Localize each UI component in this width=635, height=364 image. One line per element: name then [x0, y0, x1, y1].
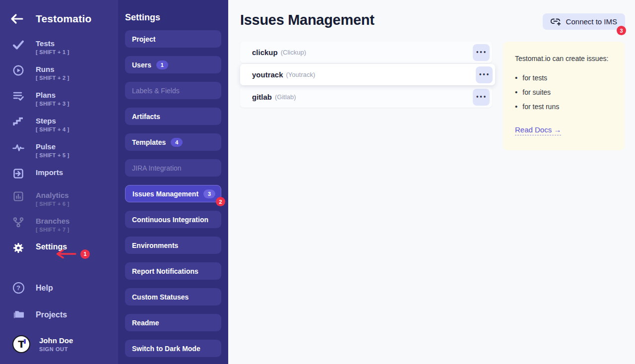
avatar-logo-tick [24, 339, 26, 344]
sidebar-item-label: Pulse [36, 142, 69, 151]
app-window: Testomatio Tests [ SHIFT + 1 ] Runs [ SH… [0, 0, 635, 364]
help-icon: ? [12, 282, 24, 294]
shortcut-hint: [ SHIFT + 3 ] [36, 101, 69, 107]
annotation-badge-1: 1 [80, 249, 90, 259]
sign-out-link[interactable]: SIGN OUT [39, 346, 73, 352]
settings-item-jira-integration[interactable]: JIRA Integration [125, 159, 221, 177]
row-menu-button[interactable]: ••• [473, 89, 490, 106]
issues-content: clickup (Clickup) ••• youtrack (Youtrack… [240, 42, 625, 150]
logo-row: Testomatio [0, 0, 118, 26]
info-bullet-list: for tests for suites for test runs [515, 73, 613, 111]
shortcut-hint: [ SHIFT + 7 ] [36, 227, 69, 233]
primary-nav: Tests [ SHIFT + 1 ] Runs [ SHIFT + 2 ] [0, 39, 118, 263]
sidebar-item-imports[interactable]: Imports [12, 168, 118, 180]
users-count-badge: 1 [156, 61, 168, 69]
ellipsis-icon: ••• [476, 94, 487, 100]
sidebar-item-runs[interactable]: Runs [ SHIFT + 2 ] [12, 64, 118, 81]
shortcut-hint: [ SHIFT + 4 ] [36, 126, 69, 132]
user-name: John Doe [39, 336, 73, 345]
settings-panel: Settings Project Users 1 Labels & Fields… [118, 0, 228, 364]
info-panel: Testomat.io can create issues: for tests… [503, 42, 625, 150]
sidebar-item-projects[interactable]: Projects [12, 308, 118, 320]
user-avatar: T [12, 335, 30, 353]
settings-item-templates[interactable]: Templates 4 [125, 133, 221, 151]
app-logo[interactable]: Testomatio [36, 13, 91, 25]
info-panel-title: Testomat.io can create issues: [515, 55, 613, 62]
sidebar-item-label: Imports [36, 168, 63, 177]
row-menu-button[interactable]: ••• [476, 66, 493, 83]
info-bullet: for tests [515, 73, 613, 82]
sidebar-item-label: Plans [36, 90, 69, 100]
settings-item-issues-management[interactable]: Issues Management 3 2 [125, 185, 221, 202]
settings-panel-heading: Settings [125, 12, 221, 23]
main-content: Issues Management Connect to IMS 3 click… [228, 0, 635, 364]
check-icon [12, 39, 24, 51]
issue-row-clickup[interactable]: clickup (Clickup) ••• [240, 42, 492, 63]
issue-row-gitlab[interactable]: gitlab (Gitlab) ••• [240, 86, 492, 108]
primary-sidebar: Testomatio Tests [ SHIFT + 1 ] Runs [ SH… [0, 0, 118, 364]
sidebar-item-steps[interactable]: Steps [ SHIFT + 4 ] [12, 116, 118, 133]
sidebar-item-label: Projects [36, 310, 67, 319]
sidebar-item-label: Steps [36, 116, 69, 125]
sidebar-item-help[interactable]: ? Help [12, 282, 118, 294]
annotation-badge-2: 2 [216, 197, 225, 206]
settings-item-project[interactable]: Project [125, 30, 221, 48]
folder-icon [12, 308, 24, 320]
settings-item-users[interactable]: Users 1 [125, 56, 221, 73]
sidebar-item-label: Analytics [36, 190, 69, 200]
info-bullet: for suites [515, 88, 613, 96]
sidebar-item-tests[interactable]: Tests [ SHIFT + 1 ] [12, 39, 118, 56]
link-plus-icon [551, 18, 561, 26]
list-check-icon [12, 90, 24, 102]
sidebar-item-label: Tests [36, 39, 69, 48]
pulse-icon [12, 142, 24, 154]
sidebar-item-label: Runs [36, 64, 69, 74]
annotation-step-1: 1 [54, 248, 90, 259]
annotation-badge-3: 3 [617, 26, 626, 35]
issues-count-badge: 3 [203, 189, 215, 198]
sidebar-item-pulse[interactable]: Pulse [ SHIFT + 5 ] [12, 142, 118, 159]
sidebar-item-label: Branches [36, 216, 69, 226]
settings-item-artifacts[interactable]: Artifacts [125, 108, 221, 125]
main-header: Issues Management Connect to IMS 3 [240, 12, 625, 30]
settings-item-dark-mode-toggle[interactable]: Switch to Dark Mode [125, 340, 221, 357]
sidebar-item-branches[interactable]: Branches [ SHIFT + 7 ] [12, 216, 118, 233]
shortcut-hint: [ SHIFT + 2 ] [36, 75, 69, 81]
stairs-icon [12, 116, 24, 128]
sidebar-item-plans[interactable]: Plans [ SHIFT + 3 ] [12, 90, 118, 107]
sidebar-item-label: Help [36, 283, 53, 293]
back-icon[interactable] [10, 12, 24, 26]
shortcut-hint: [ SHIFT + 6 ] [36, 201, 69, 207]
play-circle-icon [12, 64, 24, 76]
gear-icon [12, 242, 24, 254]
ellipsis-icon: ••• [479, 72, 490, 77]
red-arrow-icon [54, 248, 79, 259]
templates-count-badge: 4 [171, 138, 183, 147]
info-bullet: for test runs [515, 102, 613, 111]
settings-item-report-notifications[interactable]: Report Notifications [125, 262, 221, 280]
shortcut-hint: [ SHIFT + 1 ] [36, 49, 69, 55]
settings-item-custom-statuses[interactable]: Custom Statuses [125, 288, 221, 305]
settings-item-environments[interactable]: Environments [125, 237, 221, 254]
shortcut-hint: [ SHIFT + 5 ] [36, 152, 69, 158]
connect-to-ims-button[interactable]: Connect to IMS 3 [543, 13, 625, 30]
page-title: Issues Management [240, 12, 375, 28]
issues-list: clickup (Clickup) ••• youtrack (Youtrack… [240, 42, 492, 109]
settings-item-continuous-integration[interactable]: Continuous Integration [125, 211, 221, 228]
ellipsis-icon: ••• [476, 50, 487, 55]
import-icon [12, 168, 24, 180]
settings-item-labels-fields[interactable]: Labels & Fields [125, 82, 221, 99]
bar-chart-icon [12, 190, 24, 202]
sidebar-footer: ? Help Projects T John Doe SIGN OUT [0, 282, 118, 364]
issue-row-youtrack[interactable]: youtrack (Youtrack) ••• [240, 64, 495, 85]
branch-icon [12, 216, 24, 228]
row-menu-button[interactable]: ••• [473, 44, 490, 61]
sidebar-item-analytics[interactable]: Analytics [ SHIFT + 6 ] [12, 190, 118, 207]
read-docs-link[interactable]: Read Docs → [515, 125, 561, 135]
user-menu[interactable]: T John Doe SIGN OUT [12, 335, 118, 353]
settings-item-readme[interactable]: Readme [125, 314, 221, 331]
